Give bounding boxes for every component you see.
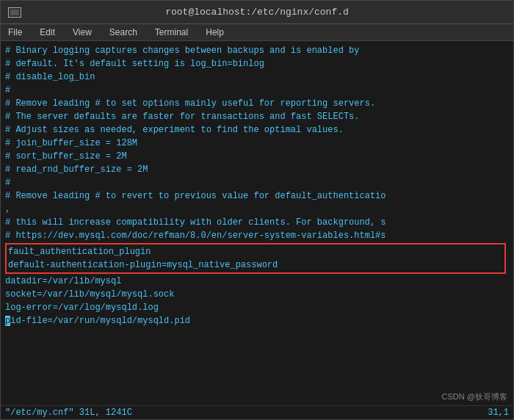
code-line-7: # Adjust sizes as needed, experiment to … xyxy=(5,123,509,137)
code-line-15: # https://dev.mysql.com/doc/refman/8.0/e… xyxy=(5,229,509,242)
code-line-14: # this will increase compatibility with … xyxy=(5,216,509,229)
menu-edit[interactable]: Edit xyxy=(37,26,58,38)
code-line-6: # The server defaults are faster for tra… xyxy=(5,110,509,123)
highlighted-line-1: fault_authentication_plugin xyxy=(8,245,503,258)
terminal-icon xyxy=(8,7,21,18)
highlighted-line-2: default-authentication-plugin=mysql_nati… xyxy=(8,258,503,272)
menu-help[interactable]: Help xyxy=(203,26,227,38)
code-line-13: , xyxy=(5,203,509,216)
code-line-8: # join_buffer_size = 128M xyxy=(5,137,509,150)
menu-terminal[interactable]: Terminal xyxy=(152,26,191,38)
code-line-3: # disable_log_bin xyxy=(5,70,509,84)
after-line-4: log-error=/var/log/mysqld.log xyxy=(5,301,509,314)
code-line-10: # read_rnd_buffer_size = 2M xyxy=(5,163,509,176)
after-line-2: socket=/var/lib/mysql/mysql.sock xyxy=(5,288,509,301)
menu-file[interactable]: File xyxy=(5,26,25,38)
code-line-9: # sort_buffer_size = 2M xyxy=(5,150,509,163)
code-line-1: # Binary logging captures changes betwee… xyxy=(5,44,509,57)
menu-bar: File Edit View Search Terminal Help xyxy=(1,24,513,41)
code-line-5: # Remove leading # to set options mainly… xyxy=(5,97,509,110)
status-position: 31,1 xyxy=(488,408,509,418)
code-line-4: # xyxy=(5,84,509,97)
after-line-1: datadir=/var/lib/mysql xyxy=(5,275,509,288)
code-line-2: # default. It's default setting is log_b… xyxy=(5,57,509,70)
watermark: CSDN @狄哥博客 xyxy=(442,391,507,402)
status-file-info: "/etc/my.cnf" 31L, 1241C xyxy=(5,408,132,418)
terminal-body[interactable]: # Binary logging captures changes betwee… xyxy=(1,41,513,405)
after-line-5: pid-file=/var/run/mysqld/mysqld.pid xyxy=(5,314,509,327)
highlighted-block: fault_authentication_plugin default-auth… xyxy=(5,243,506,274)
code-line-11: # xyxy=(5,176,509,189)
status-bar: "/etc/my.cnf" 31L, 1241C 31,1 xyxy=(1,405,513,419)
title-bar: root@localhost:/etc/nginx/conf.d xyxy=(1,1,513,24)
menu-view[interactable]: View xyxy=(70,26,95,38)
menu-search[interactable]: Search xyxy=(106,26,140,38)
terminal-window: root@localhost:/etc/nginx/conf.d File Ed… xyxy=(0,0,514,420)
window-title: root@localhost:/etc/nginx/conf.d xyxy=(165,7,349,18)
code-line-12: # Remove leading # to revert to previous… xyxy=(5,189,509,203)
